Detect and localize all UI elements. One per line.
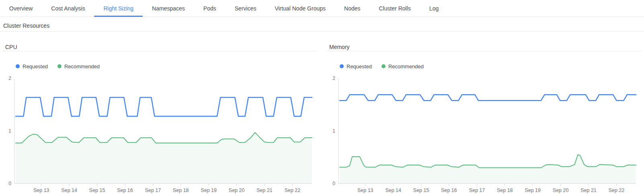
legend-label: Recommended <box>388 63 424 69</box>
axis-tick-label: Sep 14 <box>385 188 401 193</box>
axis-tick-label: Sep 13 <box>357 188 373 193</box>
tab-cost-analysis[interactable]: Cost Analysis <box>42 0 94 16</box>
axis-tick-label: 2 <box>332 76 335 81</box>
axis-tick-label: Sep 22 <box>609 188 625 193</box>
recommended-dot-icon <box>381 64 386 68</box>
axis-tick-label: Sep 19 <box>201 188 217 193</box>
memory-panel: Memory RequestedRecommended 012Sep 13Sep… <box>326 39 642 196</box>
axis-tick-label: 0 <box>332 181 335 186</box>
cpu-chart-svg: 012Sep 13Sep 14Sep 15Sep 16Sep 17Sep 18S… <box>2 74 318 196</box>
tab-right-sizing[interactable]: Right Sizing <box>94 0 143 16</box>
axis-tick-label: 0 <box>8 181 11 186</box>
cpu-legend: RequestedRecommended <box>16 62 318 70</box>
memory-chart: 012Sep 13Sep 14Sep 15Sep 16Sep 17Sep 18S… <box>326 74 642 196</box>
recommended-area <box>340 155 636 184</box>
requested-line <box>16 97 312 116</box>
axis-tick-label: Sep 20 <box>553 188 569 193</box>
axis-tick-label: Sep 20 <box>229 188 245 193</box>
requested-dot-icon <box>340 64 344 68</box>
tab-log[interactable]: Log <box>420 0 448 16</box>
axis-tick-label: Sep 21 <box>256 188 273 193</box>
axis-tick-label: Sep 17 <box>145 188 161 193</box>
requested-line <box>340 95 636 100</box>
charts-row: CPU RequestedRecommended 012Sep 13Sep 14… <box>0 39 644 196</box>
axis-tick-label: 1 <box>332 128 335 134</box>
requested-dot-icon <box>16 64 20 68</box>
memory-legend: RequestedRecommended <box>340 62 642 70</box>
legend-label: Requested <box>347 63 372 69</box>
axis-tick-label: Sep 22 <box>285 188 301 193</box>
recommended-area <box>16 133 312 184</box>
tab-pods[interactable]: Pods <box>194 0 226 16</box>
axis-tick-label: Sep 18 <box>173 188 189 193</box>
axis-tick-label: Sep 13 <box>33 188 49 193</box>
cpu-legend-item-requested[interactable]: Requested <box>16 63 48 69</box>
axis-tick-label: Sep 17 <box>469 188 485 193</box>
section-header: Cluster Resources <box>0 17 644 32</box>
axis-tick-label: 2 <box>8 76 11 81</box>
tab-services[interactable]: Services <box>226 0 266 16</box>
tab-nodes[interactable]: Nodes <box>335 0 369 16</box>
axis-tick-label: Sep 15 <box>413 188 429 193</box>
axis-tick-label: Sep 19 <box>525 188 541 193</box>
memory-chart-title: Memory <box>326 39 642 51</box>
cpu-legend-item-recommended[interactable]: Recommended <box>57 63 100 69</box>
tab-namespaces[interactable]: Namespaces <box>143 0 194 16</box>
memory-chart-svg: 012Sep 13Sep 14Sep 15Sep 16Sep 17Sep 18S… <box>326 74 642 196</box>
cpu-chart: 012Sep 13Sep 14Sep 15Sep 16Sep 17Sep 18S… <box>2 74 318 196</box>
axis-tick-label: Sep 16 <box>441 188 457 193</box>
axis-tick-label: Sep 14 <box>61 188 77 193</box>
axis-tick-label: Sep 15 <box>89 188 105 193</box>
axis-tick-label: Sep 21 <box>580 188 597 193</box>
tab-bar: OverviewCost AnalysisRight SizingNamespa… <box>0 0 644 17</box>
memory-legend-item-requested[interactable]: Requested <box>340 63 372 69</box>
recommended-dot-icon <box>57 64 62 68</box>
axis-tick-label: Sep 18 <box>497 188 513 193</box>
tab-overview[interactable]: Overview <box>0 0 42 16</box>
tab-cluster-rolls[interactable]: Cluster Rolls <box>369 0 420 16</box>
tab-virtual-node-groups[interactable]: Virtual Node Groups <box>265 0 335 16</box>
axis-tick-label: 1 <box>8 128 11 134</box>
cpu-chart-title: CPU <box>2 39 318 51</box>
page-title: Cluster Resources <box>3 22 49 29</box>
axis-tick-label: Sep 16 <box>117 188 133 193</box>
cpu-panel: CPU RequestedRecommended 012Sep 13Sep 14… <box>2 39 318 196</box>
legend-label: Recommended <box>64 63 100 69</box>
memory-legend-item-recommended[interactable]: Recommended <box>381 63 424 69</box>
legend-label: Requested <box>23 63 48 69</box>
